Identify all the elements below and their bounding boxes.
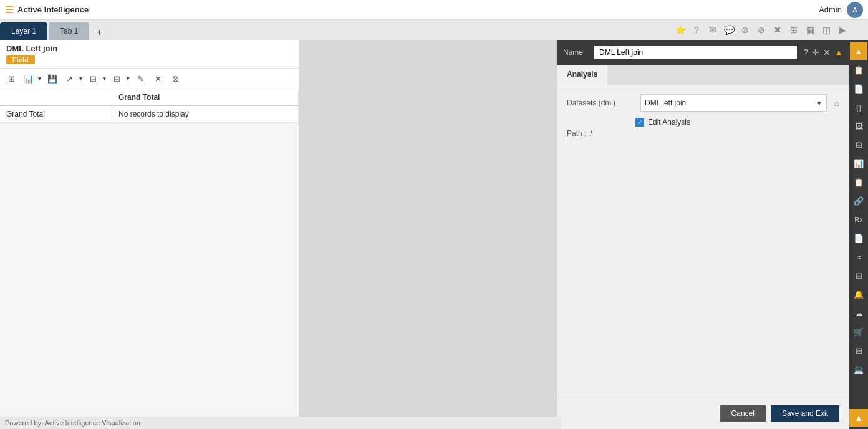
config-expand-icon[interactable]: ▲ — [834, 47, 843, 57]
save-exit-button[interactable]: Save and Exit — [771, 405, 839, 422]
dataset-value: DML left join — [645, 99, 816, 107]
side-apps-icon[interactable]: ⊞ — [850, 267, 867, 284]
config-panel-header: Name ? ✛ ✕ ▲ — [557, 40, 849, 65]
tool-chart-icon: 📊 — [21, 71, 36, 86]
left-panel: DML Left join Field ⊞ 📊 ▼ 💾 ↗ ▼ ⊟ ▼ ⊞ ▼ … — [0, 40, 299, 429]
header-icons: ? ✛ ✕ ▲ — [803, 47, 843, 57]
edit-analysis-row: ✓ Edit Analysis — [635, 118, 839, 127]
dataset-select[interactable]: DML left join ▼ — [640, 94, 827, 112]
layout-icon[interactable]: ▦ — [803, 23, 817, 37]
hamburger-icon[interactable]: ☰ — [5, 4, 14, 16]
side-cart-icon[interactable]: 🛒 — [850, 323, 867, 340]
tool-grid-icon: ⊞ — [110, 71, 125, 86]
tool-export-icon: ↗ — [62, 71, 77, 86]
path-value: / — [590, 129, 592, 138]
top-bar-right: Admin A — [819, 2, 863, 18]
side-bottom-icon[interactable]: ▲ — [849, 409, 868, 427]
side-image-icon[interactable]: 🖼 — [850, 117, 867, 135]
toolbar-icons: ⭐ ? ✉ 💬 ⊘ ⊘ ✖ ⊞ ▦ ◫ ▶ — [673, 20, 849, 40]
datasets-row: Datasets (dml) DML left join ▼ ⌂ — [567, 94, 839, 112]
data-table: Grand Total Grand Total No records to di… — [0, 89, 299, 123]
tool-chart-group[interactable]: 📊 ▼ — [21, 71, 42, 86]
table-row: Grand Total No records to display — [0, 106, 299, 123]
side-icon-bar: ▲ 📋 📄 {} 🖼 ⊞ 📊 📋 🔗 Rx 📄 ≈ ⊞ 🔔 ☁ 🛒 ⊞ 💻 ▲ — [849, 40, 868, 429]
panel-toolbar: ⊞ 📊 ▼ 💾 ↗ ▼ ⊟ ▼ ⊞ ▼ ✎ ✕ ⊠ — [0, 69, 299, 89]
chat-icon[interactable]: 💬 — [722, 23, 736, 37]
side-list-icon[interactable]: 📋 — [850, 173, 867, 191]
email-icon[interactable]: ✉ — [706, 23, 720, 37]
name-label: Name — [563, 48, 588, 57]
tool-edit-icon[interactable]: ✎ — [133, 71, 148, 86]
table-cell-value: No records to display — [112, 106, 299, 122]
path-label: Path : — [567, 129, 586, 138]
tab-analysis[interactable]: Analysis — [557, 65, 607, 85]
tool-filter-icon[interactable]: ⊠ — [168, 71, 183, 86]
right-config-panel: Name ? ✛ ✕ ▲ Analysis Datasets (dml) DML… — [556, 40, 849, 429]
table-header-row: Grand Total — [0, 89, 299, 106]
side-monitor-icon[interactable]: 💻 — [850, 360, 867, 378]
panel-title: DML Left join — [6, 44, 292, 53]
avatar: A — [847, 2, 863, 18]
tool-save-icon[interactable]: 💾 — [45, 71, 60, 86]
main-layout: DML Left join Field ⊞ 📊 ▼ 💾 ↗ ▼ ⊟ ▼ ⊞ ▼ … — [0, 40, 868, 429]
side-wave-icon[interactable]: ≈ — [850, 248, 867, 266]
cancel-button[interactable]: Cancel — [720, 405, 766, 422]
tabs-row: Layer 1 Tab 1 + ⭐ ? ✉ 💬 ⊘ ⊘ ✖ ⊞ ▦ ◫ ▶ — [0, 20, 868, 40]
top-bar: ☰ Active Intelligence Admin A — [0, 0, 868, 20]
side-tiles-icon[interactable]: ⊞ — [850, 342, 867, 359]
path-row: Path : / — [567, 129, 839, 138]
side-upload-icon[interactable]: ▲ — [850, 42, 867, 60]
tool-grid-group[interactable]: ⊞ ▼ — [110, 71, 131, 86]
table-cell-label: Grand Total — [0, 106, 112, 122]
side-page-icon[interactable]: 📄 — [850, 80, 867, 97]
tab-tab1[interactable]: Tab 1 — [49, 22, 89, 40]
side-bell-icon[interactable]: 🔔 — [850, 286, 867, 303]
table-header-empty — [0, 89, 112, 105]
side-doc-icon[interactable]: 📋 — [850, 61, 867, 79]
tool-export-group[interactable]: ↗ ▼ — [62, 71, 84, 86]
top-bar-left: ☰ Active Intelligence — [5, 4, 89, 16]
help-icon[interactable]: ? — [690, 23, 703, 37]
copy-icon[interactable]: ◫ — [819, 23, 833, 37]
config-help-icon[interactable]: ? — [803, 47, 808, 57]
footer-text: Powered by: Active Intelligence Visualiz… — [5, 419, 140, 427]
grid-icon[interactable]: ✖ — [771, 23, 784, 37]
side-rx-icon[interactable]: Rx — [850, 211, 867, 228]
bookmark-icon[interactable]: ⭐ — [673, 23, 687, 37]
play-icon[interactable]: ▶ — [836, 23, 849, 37]
select-arrow-icon: ▼ — [816, 100, 822, 107]
tab-add-button[interactable]: + — [92, 25, 107, 40]
tool-layout-group[interactable]: ⊟ ▼ — [86, 71, 107, 86]
app-title: Active Intelligence — [17, 5, 89, 14]
table-icon[interactable]: ⊞ — [787, 23, 801, 37]
edit-analysis-label: Edit Analysis — [648, 118, 690, 127]
side-network-icon[interactable]: 🔗 — [850, 192, 867, 210]
filter2-icon[interactable]: ⊘ — [755, 23, 768, 37]
config-tabs: Analysis — [557, 65, 849, 85]
tab-layer1[interactable]: Layer 1 — [0, 22, 47, 40]
panel-footer: Cancel Save and Exit — [557, 397, 849, 429]
side-cloud-icon[interactable]: ☁ — [850, 304, 867, 322]
table-header-grand-total: Grand Total — [112, 89, 299, 105]
config-close-icon[interactable]: ✕ — [823, 47, 831, 57]
config-panel-content: Datasets (dml) DML left join ▼ ⌂ ✓ Edit … — [557, 85, 849, 397]
tool-table-icon[interactable]: ⊞ — [4, 71, 19, 86]
field-badge: Field — [6, 55, 35, 64]
datasets-label: Datasets (dml) — [567, 99, 635, 107]
side-chart2-icon[interactable]: 📊 — [850, 155, 867, 172]
side-report-icon[interactable]: 📄 — [850, 229, 867, 247]
tool-layout-icon: ⊟ — [86, 71, 101, 86]
home-icon[interactable]: ⌂ — [834, 98, 839, 108]
page-footer: Powered by: Active Intelligence Visualiz… — [0, 417, 561, 429]
side-code-icon[interactable]: {} — [850, 99, 867, 116]
filter-icon[interactable]: ⊘ — [738, 23, 752, 37]
config-move-icon[interactable]: ✛ — [812, 47, 819, 57]
side-grid2-icon[interactable]: ⊞ — [850, 136, 867, 153]
gray-area — [299, 40, 556, 429]
panel-title-bar: DML Left join Field — [0, 40, 299, 69]
tool-clear-icon[interactable]: ✕ — [151, 71, 166, 86]
admin-label: Admin — [819, 5, 842, 14]
edit-analysis-checkbox[interactable]: ✓ — [635, 118, 644, 127]
name-input[interactable] — [594, 46, 797, 59]
